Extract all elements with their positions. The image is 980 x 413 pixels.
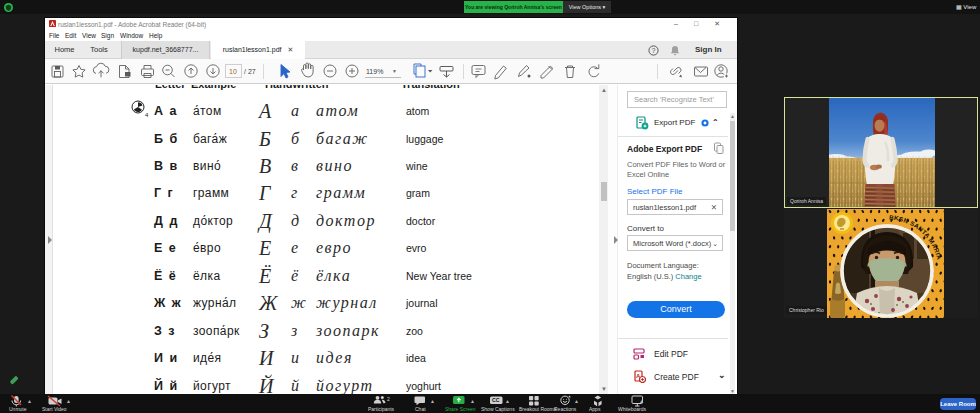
svg-text:CC: CC: [492, 397, 500, 403]
svg-text:?: ?: [652, 47, 656, 54]
svg-text:2: 2: [387, 396, 390, 402]
svg-text:4: 4: [145, 112, 149, 118]
